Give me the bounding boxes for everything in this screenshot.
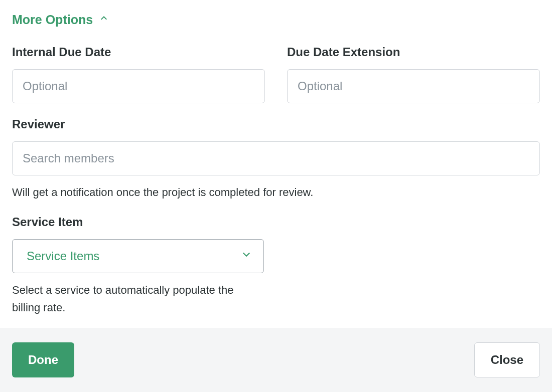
chevron-up-icon [98,12,110,27]
more-options-label: More Options [12,13,93,27]
internal-due-date-label: Internal Due Date [12,45,265,59]
internal-due-date-input[interactable] [12,69,265,103]
service-item-selected-value: Service Items [27,249,99,263]
close-button[interactable]: Close [474,342,540,377]
due-date-extension-input[interactable] [287,69,540,103]
due-date-extension-field: Due Date Extension [287,45,540,103]
reviewer-label: Reviewer [12,117,540,131]
service-item-helper-text: Select a service to automatically popula… [12,281,264,316]
service-item-section: Service Item Service Items Select a serv… [12,215,540,316]
service-item-label: Service Item [12,215,540,229]
reviewer-helper-text: Will get a notification once the project… [12,183,540,201]
footer-actions: Done Close [0,328,552,392]
form-content: More Options Internal Due Date Due Date … [0,0,552,343]
more-options-toggle[interactable]: More Options [12,12,110,27]
internal-due-date-field: Internal Due Date [12,45,265,103]
row-dates: Internal Due Date Due Date Extension [12,45,540,103]
due-date-extension-label: Due Date Extension [287,45,540,59]
reviewer-search-input[interactable] [12,141,540,175]
service-item-select-wrap: Service Items [12,239,264,273]
service-item-select[interactable]: Service Items [12,239,264,273]
done-button[interactable]: Done [12,342,74,377]
reviewer-section: Reviewer Will get a notification once th… [12,117,540,201]
